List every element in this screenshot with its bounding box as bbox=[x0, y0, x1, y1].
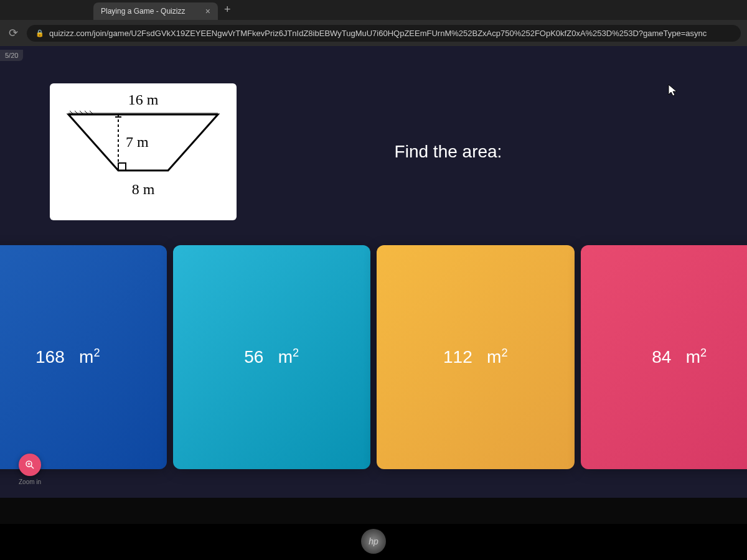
lock-icon: 🔒 bbox=[35, 29, 44, 37]
close-icon[interactable]: × bbox=[205, 6, 210, 16]
answer-option-2[interactable]: 56 m2 bbox=[173, 245, 371, 469]
answer-value: 56 bbox=[244, 348, 263, 367]
zoom-in-button[interactable]: Zoom in bbox=[19, 454, 41, 485]
answer-unit: m bbox=[686, 348, 700, 367]
zoom-in-icon bbox=[19, 454, 41, 476]
zoom-label: Zoom in bbox=[19, 478, 41, 485]
answer-value: 112 bbox=[443, 348, 472, 367]
cursor-icon bbox=[667, 83, 679, 100]
height-label: 7 m bbox=[126, 134, 149, 150]
browser-tab[interactable]: Playing a Game - Quizizz × bbox=[93, 2, 218, 20]
bottom-side-label: 8 m bbox=[132, 181, 155, 197]
svg-line-8 bbox=[31, 466, 34, 469]
answer-exp: 2 bbox=[93, 347, 100, 359]
question-counter: 5/20 bbox=[0, 50, 23, 61]
hp-logo: hp bbox=[361, 529, 386, 554]
trapezoid-svg: 16 m 7 m 8 m bbox=[56, 90, 230, 214]
question-row: 16 m 7 m 8 m Fi bbox=[0, 71, 747, 233]
question-figure: 16 m 7 m 8 m bbox=[50, 83, 237, 220]
answer-exp: 2 bbox=[700, 347, 707, 359]
reload-button[interactable]: ⟳ bbox=[6, 24, 21, 42]
answer-unit: m bbox=[487, 348, 501, 367]
top-side-label: 16 m bbox=[128, 91, 159, 108]
tab-bar: Playing a Game - Quizizz × + bbox=[0, 0, 747, 20]
answer-value: 84 bbox=[652, 348, 671, 367]
url-bar-row: ⟳ 🔒 quizizz.com/join/game/U2FsdGVkX19ZEY… bbox=[0, 20, 747, 46]
answer-unit: m bbox=[79, 348, 93, 367]
browser-chrome: Playing a Game - Quizizz × + ⟳ 🔒 quizizz… bbox=[0, 0, 747, 46]
answer-exp: 2 bbox=[501, 347, 507, 359]
new-tab-button[interactable]: + bbox=[218, 0, 237, 20]
right-angle-icon bbox=[118, 163, 126, 170]
answer-exp: 2 bbox=[293, 347, 299, 359]
url-box[interactable]: 🔒 quizizz.com/join/game/U2FsdGVkX19ZEYEE… bbox=[27, 25, 741, 42]
answer-option-4[interactable]: 84 m2 bbox=[581, 245, 748, 469]
answers-row: 168 m2 56 m2 112 m2 84 m2 bbox=[0, 245, 747, 469]
answer-option-3[interactable]: 112 m2 bbox=[377, 245, 575, 469]
tab-title: Playing a Game - Quizizz bbox=[101, 7, 200, 16]
url-text: quizizz.com/join/game/U2FsdGVkX19ZEYEENg… bbox=[49, 29, 707, 38]
question-prompt: Find the area: bbox=[237, 142, 697, 162]
answer-option-1[interactable]: 168 m2 bbox=[0, 245, 167, 469]
game-area: 5/20 16 m 7 m bbox=[0, 46, 747, 498]
answer-unit: m bbox=[278, 348, 293, 367]
answer-value: 168 bbox=[35, 348, 65, 367]
